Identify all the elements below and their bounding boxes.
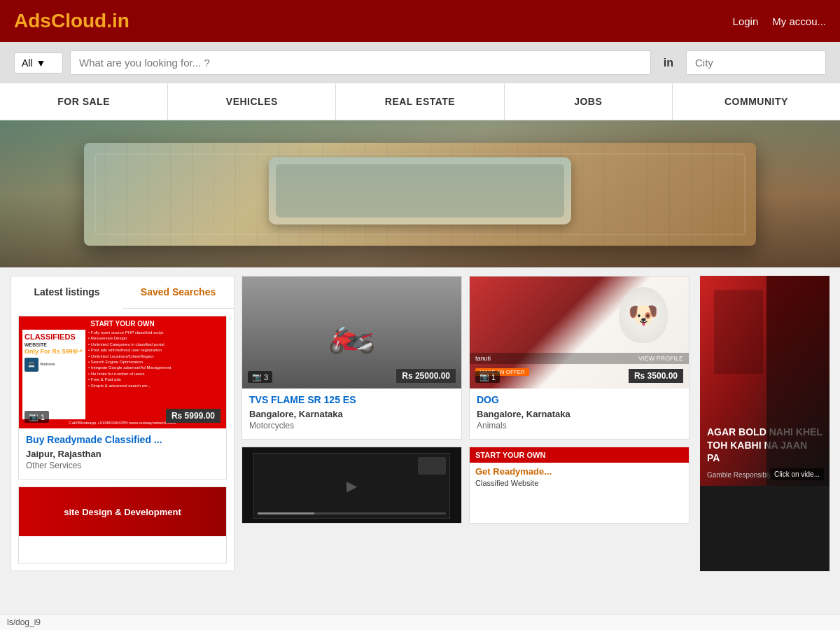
- bottom-card-title: Get Readymade...: [475, 466, 683, 477]
- listing-title-3: DOG: [477, 394, 682, 405]
- classifieds-header-text: START YOUR OWN: [22, 320, 223, 328]
- listing-card-1[interactable]: START YOUR OWN CLASSIFIEDS WEBSITE Only …: [18, 316, 227, 479]
- listing-card-2[interactable]: 🏍️ 📷 3 Rs 25000.00 TVS FLAME SR 125 ES B…: [241, 276, 462, 440]
- myaccount-link[interactable]: My accou...: [772, 15, 826, 27]
- logo-ads: Ads: [14, 10, 51, 31]
- listing-card-4[interactable]: site Design & Development: [18, 486, 227, 564]
- video-thumbnail: AGAR BOLD NAHI KHEL TOH KABHI NA JAAN PA…: [700, 276, 830, 486]
- listing-card-3[interactable]: 🐶 tanuti VIEW PROFILE MAKE AN OFFER 📷 1 …: [469, 276, 690, 440]
- bottom-card-body: Get Readymade... Classified Website: [470, 463, 689, 491]
- listing-info-1: Buy Readymade Classified ... Jaipur, Raj…: [19, 428, 226, 479]
- main-content: Latest listings Saved Searches START YOU…: [0, 267, 840, 575]
- photo-count-badge-2: 📷 3: [248, 371, 272, 383]
- search-bar: All ▼ in: [0, 42, 840, 83]
- listing-card-5[interactable]: ▶: [241, 447, 462, 524]
- search-input[interactable]: [70, 50, 651, 75]
- listing-title-2: TVS FLAME SR 125 ES: [249, 394, 454, 405]
- logo[interactable]: AdsCloud.in: [14, 10, 130, 32]
- dog-overlay: tanuti VIEW PROFILE: [470, 353, 689, 364]
- web-design-banner: site Design & Development: [19, 487, 226, 536]
- main-nav: FOR SALE VEHICLES REAL ESTATE JOBS COMMU…: [0, 83, 840, 120]
- nav-community[interactable]: COMMUNITY: [673, 83, 840, 120]
- hero-banner: [0, 120, 840, 267]
- listing-image-2: 🏍️ 📷 3 Rs 25000.00: [242, 276, 461, 388]
- play-icon: ▶: [346, 477, 357, 494]
- photo-count-badge-3: 📷 1: [475, 371, 500, 383]
- listings-panel: Latest listings Saved Searches START YOU…: [10, 276, 234, 571]
- camera-icon: 📷: [29, 412, 38, 421]
- listing-category-1: Other Services: [26, 461, 219, 470]
- camera-icon-3: 📷: [479, 372, 489, 382]
- listing-location-3: Bangalore, Karnataka: [477, 409, 682, 419]
- category-dropdown[interactable]: All ▼: [14, 52, 63, 74]
- listing-card-6[interactable]: START YOUR OWN Get Readymade... Classifi…: [469, 447, 690, 524]
- nav-jobs[interactable]: JOBS: [505, 83, 673, 120]
- listing-title-1: Buy Readymade Classified ...: [26, 434, 219, 445]
- video-panel[interactable]: AGAR BOLD NAHI KHEL TOH KABHI NA JAAN PA…: [700, 276, 830, 571]
- city-input[interactable]: [686, 50, 826, 75]
- login-link[interactable]: Login: [733, 15, 759, 27]
- web-design-text: site Design & Development: [64, 507, 181, 517]
- bottom-card-sub: Classified Website: [475, 479, 683, 487]
- nav-for-sale[interactable]: FOR SALE: [0, 83, 168, 120]
- chevron-down-icon: ▼: [36, 57, 46, 69]
- nav-vehicles[interactable]: VEHICLES: [168, 83, 336, 120]
- motorcycle-icon: 🏍️: [328, 310, 376, 356]
- listing-price-1: Rs 5999.00: [166, 409, 220, 423]
- category-label: All: [22, 57, 33, 69]
- listings-grid: 🏍️ 📷 3 Rs 25000.00 TVS FLAME SR 125 ES B…: [241, 276, 690, 571]
- panel-tabs: Latest listings Saved Searches: [11, 276, 234, 309]
- tab-latest-listings[interactable]: Latest listings: [11, 276, 122, 309]
- dark-video-thumb: ▶: [242, 447, 461, 524]
- listing-info-2: TVS FLAME SR 125 ES Bangalore, Karnataka…: [242, 388, 461, 439]
- listing-image-3: 🐶 tanuti VIEW PROFILE MAKE AN OFFER 📷 1 …: [470, 276, 689, 388]
- logo-cloud: Cloud: [51, 10, 106, 31]
- banner-surface: [84, 143, 756, 246]
- camera-icon-2: 📷: [252, 372, 262, 382]
- bottom-card-header: START YOUR OWN: [470, 447, 689, 463]
- listing-location-1: Jaipur, Rajasthan: [26, 449, 219, 459]
- header: AdsCloud.in Login My accou...: [0, 0, 840, 42]
- listing-location-2: Bangalore, Karnataka: [249, 409, 454, 419]
- listing-price-2: Rs 25000.00: [396, 369, 456, 383]
- video-click-label: Click on vide...: [770, 468, 824, 480]
- listings-row-2: ▶ START YOUR OWN Get Readymade... Classi…: [241, 447, 690, 524]
- tab-saved-searches[interactable]: Saved Searches: [122, 276, 234, 308]
- search-in-label: in: [658, 57, 679, 69]
- dog-image: 🐶: [619, 287, 668, 343]
- listing-category-2: Motorcycles: [249, 421, 454, 430]
- listing-image-1: START YOUR OWN CLASSIFIEDS WEBSITE Only …: [19, 316, 226, 428]
- header-links: Login My accou...: [733, 15, 826, 27]
- classifieds-left-col: CLASSIFIEDS WEBSITE Only For Rs 5999/-* …: [22, 330, 85, 419]
- photo-count-badge-1: 📷 1: [24, 411, 49, 423]
- listings-row-1: 🏍️ 📷 3 Rs 25000.00 TVS FLAME SR 125 ES B…: [241, 276, 690, 440]
- nav-real-estate[interactable]: REAL ESTATE: [336, 83, 504, 120]
- listing-info-3: DOG Bangalore, Karnataka Animals: [470, 388, 689, 439]
- listing-price-3: Rs 3500.00: [629, 369, 683, 383]
- listing-category-3: Animals: [477, 421, 682, 430]
- logo-dotin: .in: [106, 10, 130, 31]
